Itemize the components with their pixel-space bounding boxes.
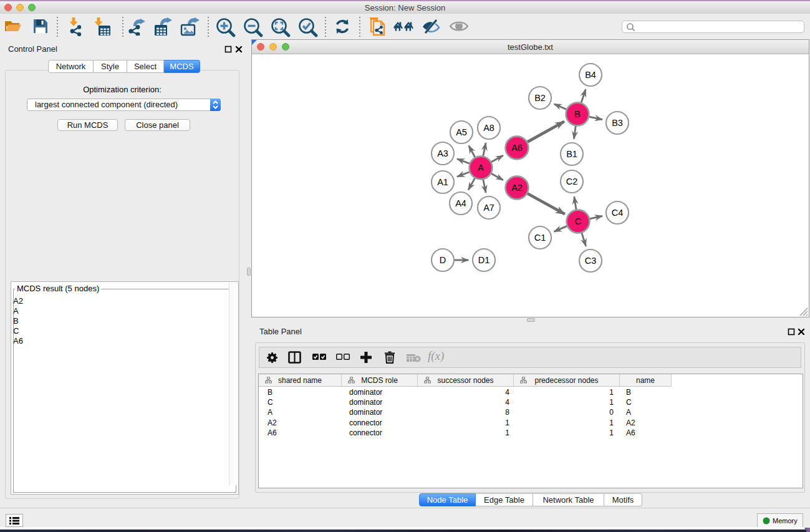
svg-text:C: C [575,216,581,226]
svg-text:A1: A1 [437,177,448,187]
svg-text:C1: C1 [534,233,546,243]
svg-text:A3: A3 [437,148,448,158]
svg-text:C4: C4 [612,208,624,218]
svg-text:B1: B1 [566,149,577,159]
svg-text:A2: A2 [511,183,523,193]
svg-text:B2: B2 [534,93,546,103]
svg-text:A8: A8 [483,123,494,133]
svg-text:A: A [478,163,484,173]
svg-text:B3: B3 [612,118,623,128]
svg-text:A4: A4 [455,198,466,208]
svg-text:A5: A5 [456,127,467,137]
svg-text:A7: A7 [483,203,494,213]
svg-text:D1: D1 [478,255,490,265]
svg-text:D: D [440,255,446,265]
svg-text:B: B [574,109,581,119]
svg-text:C3: C3 [585,256,597,266]
svg-text:C2: C2 [566,177,578,186]
svg-text:B4: B4 [585,70,596,80]
svg-text:A6: A6 [511,143,523,153]
